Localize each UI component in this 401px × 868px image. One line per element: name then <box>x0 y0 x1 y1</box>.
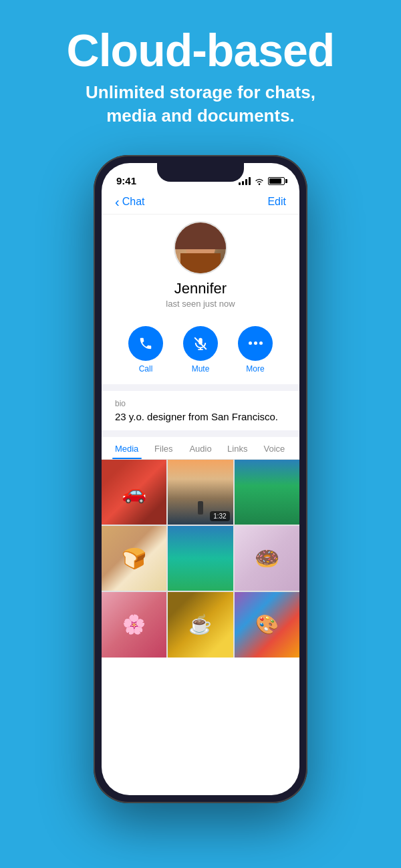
avatar-image <box>175 223 226 273</box>
video-duration-badge: 1:32 <box>210 511 229 521</box>
status-icons <box>239 177 285 185</box>
tab-links[interactable]: Links <box>219 437 256 459</box>
section-divider <box>102 384 299 391</box>
more-dots-icon <box>249 341 263 345</box>
back-button[interactable]: ‹ Chat <box>115 195 144 208</box>
sub-title: Unlimited storage for chats,media and do… <box>20 81 381 128</box>
bio-text: 23 y.o. designer from San Francisco. <box>115 411 286 422</box>
avatar <box>174 221 227 275</box>
back-label: Chat <box>122 196 145 208</box>
nav-bar: ‹ Chat Edit <box>102 192 299 214</box>
media-cell-9[interactable] <box>235 592 299 657</box>
media-cell-8[interactable] <box>168 592 233 657</box>
mute-icon <box>193 336 208 351</box>
tab-voice[interactable]: Voice <box>256 437 293 459</box>
media-cell-3[interactable] <box>235 460 299 525</box>
profile-name: Jennifer <box>174 280 227 297</box>
media-cell-6[interactable] <box>235 526 299 591</box>
media-cell-5[interactable] <box>168 526 233 591</box>
mute-button-wrap: Mute <box>183 326 218 374</box>
wifi-icon <box>254 177 265 185</box>
section-divider-2 <box>102 430 299 437</box>
media-cell-1[interactable] <box>102 460 166 525</box>
bio-section: bio 23 y.o. designer from San Francisco. <box>102 391 299 430</box>
media-grid: 1:32 <box>102 460 299 658</box>
phone-icon <box>138 336 153 351</box>
media-cell-7[interactable] <box>102 592 166 657</box>
more-button[interactable] <box>238 326 273 361</box>
edit-button[interactable]: Edit <box>267 196 286 208</box>
action-buttons: Call Mute <box>102 319 299 384</box>
tabs-bar: Media Files Audio Links Voice <box>102 437 299 460</box>
phone-screen: 9:41 ‹ Chat <box>102 163 299 795</box>
avatar-hair <box>175 223 226 249</box>
tab-files[interactable]: Files <box>145 437 182 459</box>
status-time: 9:41 <box>116 175 136 186</box>
call-label: Call <box>139 364 153 374</box>
phone-frame: 9:41 ‹ Chat <box>94 155 307 803</box>
more-button-wrap: More <box>238 326 273 374</box>
chevron-left-icon: ‹ <box>115 195 120 208</box>
phone-wrapper: 9:41 ‹ Chat <box>0 155 401 803</box>
header-section: Cloud-based Unlimited storage for chats,… <box>0 0 401 142</box>
bio-label: bio <box>115 399 286 408</box>
media-cell-2[interactable]: 1:32 <box>168 460 233 525</box>
notch <box>157 163 244 182</box>
main-title: Cloud-based <box>20 27 381 74</box>
more-label: More <box>246 364 264 374</box>
mute-button[interactable] <box>183 326 218 361</box>
battery-icon <box>268 177 285 185</box>
tab-media[interactable]: Media <box>108 437 145 459</box>
call-button[interactable] <box>128 326 163 361</box>
profile-status: last seen just now <box>166 299 235 309</box>
call-button-wrap: Call <box>128 326 163 374</box>
signal-icon <box>239 177 251 185</box>
media-cell-4[interactable] <box>102 526 166 591</box>
tab-audio[interactable]: Audio <box>182 437 219 459</box>
profile-section: Jennifer last seen just now <box>102 214 299 319</box>
mute-label: Mute <box>192 364 210 374</box>
